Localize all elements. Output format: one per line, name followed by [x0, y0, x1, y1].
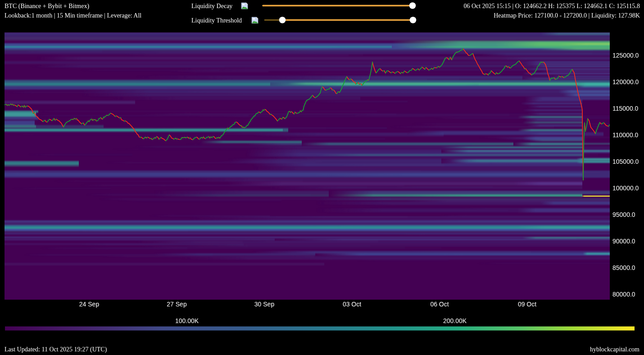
svg-text:200.00K: 200.00K	[443, 317, 467, 324]
svg-text:125000.0: 125000.0	[612, 52, 639, 59]
svg-text:06 Oct: 06 Oct	[430, 301, 449, 308]
svg-text:105000.0: 105000.0	[612, 158, 639, 165]
svg-text:80000.0: 80000.0	[612, 291, 635, 298]
svg-text:09 Oct: 09 Oct	[518, 301, 536, 308]
svg-text:120000.0: 120000.0	[612, 78, 639, 85]
svg-text:85000.0: 85000.0	[612, 264, 635, 271]
svg-text:BTC (Binance + Bybit + Bitmex): BTC (Binance + Bybit + Bitmex)	[5, 3, 89, 10]
svg-text:Heatmap Price: 127100.0 - 1272: Heatmap Price: 127100.0 - 127200.0 | Liq…	[494, 12, 640, 19]
svg-text:06 Oct 2025 15:15 | O: 124662.: 06 Oct 2025 15:15 | O: 124662.2 H: 12537…	[463, 3, 640, 9]
svg-text:30 Sep: 30 Sep	[254, 301, 275, 308]
svg-text:Last Updated: 11 Oct 2025 19:2: Last Updated: 11 Oct 2025 19:27 (UTC)	[5, 346, 107, 353]
svg-text:hyblockcapital.com: hyblockcapital.com	[590, 346, 639, 353]
svg-text:27 Sep: 27 Sep	[167, 301, 187, 308]
svg-text:100.00K: 100.00K	[175, 317, 199, 324]
svg-text:115000.0: 115000.0	[612, 105, 639, 112]
svg-text:95000.0: 95000.0	[612, 211, 635, 218]
svg-text:Liquidity Threshold: Liquidity Threshold	[191, 17, 242, 24]
svg-text:90000.0: 90000.0	[612, 238, 635, 245]
svg-text:100000.0: 100000.0	[612, 184, 639, 192]
svg-text:110000.0: 110000.0	[612, 131, 639, 139]
svg-text:03 Oct: 03 Oct	[343, 301, 361, 308]
svg-text:24 Sep: 24 Sep	[79, 301, 100, 308]
svg-text:Liquidity Decay: Liquidity Decay	[191, 3, 232, 9]
svg-text:Lookback:1 month | 15 Min time: Lookback:1 month | 15 Min timeframe | Le…	[5, 12, 141, 19]
